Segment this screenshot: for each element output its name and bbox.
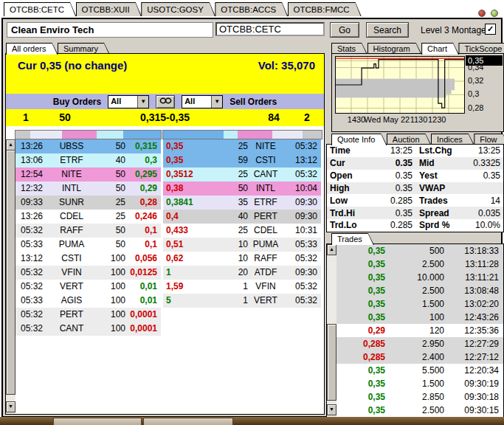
taskbar-button[interactable]	[143, 418, 233, 425]
chevron-down-icon[interactable]: ▼	[211, 96, 222, 108]
trade-row[interactable]: 0,352.50009:30:15	[336, 404, 503, 417]
quote-label: Sprd %	[412, 220, 465, 230]
book-scrollbar[interactable]: ▲ ▼	[6, 139, 15, 414]
order-size: 25	[93, 196, 125, 210]
buy-order-row[interactable]: 05:33AGIS1000,01	[15, 294, 161, 308]
quote-value: 13:25	[465, 145, 503, 156]
trade-row[interactable]: 0,2852.40012:27:12	[336, 350, 503, 364]
trade-row[interactable]: 0,2852.95012:27:29	[336, 337, 503, 350]
green-status-icon[interactable]	[491, 10, 498, 17]
trade-row[interactable]: 0,2912012:35:36	[336, 324, 503, 337]
sell-order-row[interactable]: 1,591VFIN05:32	[163, 280, 321, 294]
trade-row[interactable]: 0,3510012:43:26	[336, 311, 503, 324]
buy-order-row[interactable]: 13:06ETRF400,3	[15, 153, 161, 167]
quote-value: 0.35	[368, 208, 412, 218]
trade-row[interactable]: 0,355.50012:20:34	[336, 364, 503, 377]
search-button[interactable]: Search	[366, 22, 409, 38]
buy-order-row[interactable]: 13:26CDEL250,246	[15, 210, 161, 224]
scroll-up-icon[interactable]: ▲	[6, 139, 15, 151]
buy-filter-value: All	[108, 96, 137, 108]
depth-segment	[224, 131, 238, 139]
tab-symbol-5[interactable]: OTCBB:FMCC	[288, 2, 362, 16]
market-maker: PUMA	[50, 238, 93, 252]
trade-row[interactable]: 0,352.85009:30:18	[336, 390, 503, 404]
tab-chart[interactable]: Chart	[421, 43, 459, 55]
trades-scrollbar[interactable]: ▲ ▼	[327, 244, 336, 417]
order-time: 09:30	[283, 266, 321, 280]
trade-row[interactable]: 0,351.50013:02:20	[336, 297, 503, 311]
order-time: 05:33	[15, 294, 50, 308]
chart-plot	[335, 56, 465, 117]
buy-order-row[interactable]: 05:32VERT1000,01	[15, 280, 161, 294]
order-size: 10	[212, 238, 248, 252]
x-tick-label: Wed May 22	[365, 115, 410, 124]
order-time: 05:33	[15, 238, 50, 252]
trade-time: 13:18:33	[444, 244, 503, 258]
sell-order-row[interactable]: 0,3525NITE05:32	[163, 139, 321, 153]
trade-price: 0,285	[336, 350, 385, 364]
buy-order-row[interactable]: 12:54NITE500,295	[15, 167, 161, 182]
trade-price: 0,35	[336, 271, 385, 284]
buy-order-row[interactable]: 13:12CSTI1000,056	[15, 252, 161, 266]
red-status-icon[interactable]	[478, 10, 486, 17]
trade-row[interactable]: 0,352.50013:08:48	[336, 284, 503, 297]
trade-price: 0,29	[336, 324, 385, 337]
trade-row[interactable]: 0,352.50013:11:28	[336, 258, 503, 271]
buy-order-row[interactable]: 05:32CANT1000,0001	[15, 322, 161, 336]
go-button[interactable]: Go	[330, 22, 359, 38]
sell-order-row[interactable]: 0,3850INTL10:04	[163, 182, 321, 196]
buy-order-row[interactable]: 05:32RAFF500,1	[15, 224, 161, 238]
order-price: 0,38	[163, 182, 212, 196]
buy-order-row[interactable]: 05:32PERT1000,0001	[15, 308, 161, 322]
order-size: 40	[93, 153, 125, 167]
market-maker: ATDF	[248, 266, 283, 280]
order-size: 25	[212, 139, 248, 153]
sell-filter-value: All	[182, 96, 211, 108]
sell-order-row[interactable]: 0,384135ETRF09:30	[163, 196, 321, 210]
scroll-up-icon[interactable]: ▲	[327, 244, 336, 255]
tab-symbol-3[interactable]: USOTC:GOSY	[141, 2, 215, 16]
tab-all-orders[interactable]: All orders	[6, 43, 58, 55]
tab-quote-info[interactable]: Quote Info	[331, 134, 387, 145]
quote-info-row: High0.35VWAP	[327, 182, 503, 195]
sell-order-row[interactable]: 0,440PERT09:30	[163, 210, 321, 224]
sell-order-row[interactable]: 0,6210RAFF05:32	[163, 252, 321, 266]
level3-checkbox[interactable]: ✓	[485, 24, 496, 35]
order-time: 13:12	[15, 252, 50, 266]
sell-order-row[interactable]: 0,3559CSTI13:12	[163, 153, 321, 167]
level3-montage-label: Level 3 Montage	[421, 25, 486, 35]
symbol-input[interactable]	[215, 22, 325, 36]
scroll-down-icon[interactable]: ▼	[327, 404, 336, 415]
link-filters-button[interactable]	[156, 95, 175, 108]
sell-order-row[interactable]: 0,351225CANT05:32	[163, 167, 321, 182]
tab-symbol-2[interactable]: OTCBB:XUII	[76, 2, 142, 16]
tab-symbol-1[interactable]: OTCBB:CETC	[4, 2, 76, 16]
sell-order-row[interactable]: 0,43325CDEL10:31	[163, 224, 321, 238]
chevron-down-icon[interactable]: ▼	[137, 96, 148, 108]
trade-row[interactable]: 0,351.50009:30:19	[336, 377, 503, 390]
trade-price: 0,35	[336, 244, 385, 258]
scroll-down-icon[interactable]: ▼	[6, 401, 15, 412]
trade-row[interactable]: 0,3510.00013:11:21	[336, 271, 503, 284]
tab-symbol-4[interactable]: OTCBB:ACCS	[215, 2, 288, 16]
buy-order-row[interactable]: 05:32VFIN1000,0125	[15, 266, 161, 280]
taskbar-button[interactable]	[53, 418, 142, 425]
scrollbar-thumb[interactable]	[327, 324, 336, 401]
tab-trades[interactable]: Trades	[331, 233, 374, 245]
buy-order-row[interactable]: 13:26UBSS500,315	[15, 139, 161, 153]
scrollbar-thumb[interactable]	[6, 150, 15, 395]
sell-filter-dropdown[interactable]: All ▼	[182, 95, 223, 108]
quote-info-row: Trd.Lo0.285Sprd %10.0%	[327, 219, 503, 232]
buy-order-row[interactable]: 05:33PUMA500,1	[15, 238, 161, 252]
buy-filter-dropdown[interactable]: All ▼	[108, 95, 149, 108]
trade-price: 0,35	[336, 311, 385, 324]
sell-order-row[interactable]: 0,5110PUMA05:33	[163, 238, 321, 252]
buy-order-row[interactable]: 12:32INTL500,29	[15, 182, 161, 196]
sell-order-row[interactable]: 120ATDF09:30	[163, 266, 321, 280]
market-maker: PERT	[248, 210, 283, 224]
trade-row[interactable]: 0,3550013:18:33	[336, 244, 503, 258]
sell-order-row[interactable]: 51VERT05:32	[163, 294, 321, 308]
trade-time: 13:11:28	[444, 258, 503, 271]
order-size: 1	[212, 294, 248, 308]
buy-order-row[interactable]: 09:33SUNR250,28	[15, 196, 161, 210]
